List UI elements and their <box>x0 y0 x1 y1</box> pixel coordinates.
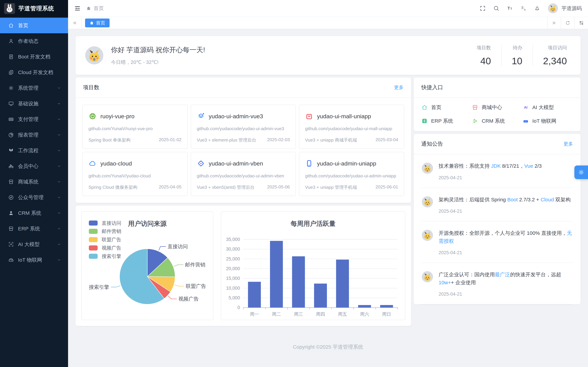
quick-entry-card: 快捷入口 首页 商城中心 AI 大模型 ERP 系统 CRM 系统 IoT 物联… <box>414 77 580 131</box>
fullscreen-icon <box>479 5 486 12</box>
quick-entry-title: 快捷入口 <box>421 84 443 91</box>
cloud-icon <box>88 159 97 167</box>
sidebar-item-12[interactable]: CRM 系统 <box>0 205 68 221</box>
chevron-down-icon <box>57 195 61 200</box>
quick-entry-0[interactable]: 首页 <box>421 103 472 112</box>
sidebar-item-2[interactable]: Boot 开发文档 <box>0 49 68 65</box>
chevron-down-icon <box>57 211 61 215</box>
project-card-1[interactable]: yudao-ui-admin-vue3 github.com/yudaocode… <box>191 105 296 149</box>
notice-link[interactable]: Boot <box>507 197 518 202</box>
fold-icon <box>74 5 81 12</box>
notices-more-link[interactable]: 更多 <box>563 141 573 147</box>
project-card-4[interactable]: yudao-ui-admin-vben github.com/yudaocode… <box>191 152 296 196</box>
tabbar-grid-button[interactable] <box>574 17 588 29</box>
sidebar-item-label: 系统管理 <box>18 85 38 92</box>
bag-icon <box>305 112 313 120</box>
quick-entry-5[interactable]: IoT 物联网 <box>522 116 573 126</box>
notice-list: 技术兼容性：系统支持 JDK 8/17/21，Vue 2/3 2025-04-2… <box>414 154 580 304</box>
notice-title: 技术兼容性：系统支持 JDK 8/17/21，Vue 2/3 <box>439 162 542 170</box>
project-url: github.com/yudaocode/yudao-ui-admin-unia… <box>305 173 398 179</box>
project-card-3[interactable]: yudao-cloud github.com/YunaiV/yudao-clou… <box>82 152 188 196</box>
svg-text:20,000: 20,000 <box>226 266 240 271</box>
sidebar-fold-button[interactable] <box>74 5 81 12</box>
projects-card: 项目数 更多 ruoyi-vue-pro github.com/YunaiV/r… <box>76 77 411 203</box>
svg-text:周六: 周六 <box>360 312 369 317</box>
bell-button[interactable] <box>534 5 540 12</box>
project-card-2[interactable]: yudao-ui-mall-uniapp github.com/yudaocod… <box>299 105 404 149</box>
greeting-text: 你好 芋道源码 祝你开心每一天! <box>111 45 205 55</box>
notice-link[interactable]: Cloud <box>541 197 554 202</box>
notice-link[interactable]: 10w+ <box>439 280 451 285</box>
sidebar-item-0[interactable]: 首页 <box>0 18 68 33</box>
notice-date: 2025-04-21 <box>439 175 542 180</box>
sidebar-item-6[interactable]: 支付管理 <box>0 111 68 127</box>
sidebar-item-9[interactable]: 会员中心 <box>0 158 68 174</box>
theme-settings-button[interactable] <box>574 166 588 179</box>
notice-item-2[interactable]: 开源免授权：全部开源，个人与企业可 100% 直接使用，无需授权 2025-04… <box>421 221 573 263</box>
tab-bar: 首页 <box>68 17 588 29</box>
breadcrumb[interactable]: 首页 <box>86 5 104 12</box>
project-url: github.com/YunaiV/ruoyi-vue-pro <box>88 125 182 132</box>
project-name: yudao-ui-admin-vue3 <box>209 113 263 120</box>
notice-link[interactable]: Vue <box>524 163 533 169</box>
sidebar-item-11[interactable]: 公众号管理 <box>0 190 68 205</box>
notice-item-3[interactable]: 广泛企业认可：国内使用最广泛的快速开发平台，远超 10w++ 企业使用 2025… <box>421 263 573 304</box>
tab-home[interactable]: 首页 <box>85 18 110 27</box>
quick-entry-4[interactable]: CRM 系统 <box>472 116 522 126</box>
tabs-scroll-left-button[interactable] <box>68 17 82 29</box>
user-avatar <box>84 46 104 65</box>
sidebar-item-8[interactable]: 工作流程 <box>0 143 68 158</box>
notice-item-1[interactable]: 架构灵活性：后端提供 Spring Boot 2.7/3.2 + Cloud 双… <box>421 188 573 222</box>
chevron-down-icon <box>57 226 61 231</box>
project-desc: Vue3 + vben5(antd) 管理后台 <box>197 184 255 190</box>
sidebar-item-1[interactable]: 作者动态 <box>0 33 68 49</box>
user-menu[interactable]: 芋道源码 <box>547 3 582 14</box>
notice-date: 2025-04-21 <box>439 209 571 214</box>
sidebar-item-14[interactable]: AI 大模型 <box>0 236 68 252</box>
project-card-5[interactable]: yudao-ui-admin-uniapp github.com/yudaoco… <box>299 152 404 196</box>
charts-card: 用户访问来源 直接访问邮件营销联盟广告视频广告搜索引擎直接访问邮件营销联盟广告视… <box>76 206 411 326</box>
quick-entry-3[interactable]: ERP 系统 <box>421 116 472 126</box>
svg-text:30,000: 30,000 <box>226 247 240 252</box>
bar-chart-panel: 每周用户活跃量 05,00010,00015,00020,00025,00030… <box>221 211 405 320</box>
font-size-button[interactable] <box>507 5 513 12</box>
home-icon <box>89 21 94 25</box>
notice-link[interactable]: 最广泛 <box>495 272 510 277</box>
sidebar-item-13[interactable]: ERP 系统 <box>0 221 68 236</box>
footer-copyright: Copyright ©2025 芋道管理系统 <box>76 326 580 359</box>
welcome-card: 你好 芋道源码 祝你开心每一天! 今日晴，20℃ - 32℃! 项目数 40 待… <box>76 36 580 75</box>
sidebar-item-7[interactable]: 报表管理 <box>0 127 68 143</box>
tabbar-refresh-button[interactable] <box>561 17 574 29</box>
project-card-0[interactable]: ruoyi-vue-pro github.com/YunaiV/ruoyi-vu… <box>82 105 188 149</box>
tabbar-chevrons-right-button[interactable] <box>547 17 561 29</box>
fullscreen-button[interactable] <box>479 5 486 12</box>
sidebar-item-label: 基础设施 <box>18 100 38 107</box>
sidebar-item-label: Cloud 开发文档 <box>18 69 53 76</box>
chevron-down-icon <box>57 133 61 137</box>
stats: 项目数 40 待办 10 项目访问 2,340 <box>467 44 567 67</box>
search-button[interactable] <box>493 5 500 12</box>
sidebar-item-4[interactable]: 系统管理 <box>0 80 68 96</box>
home-icon <box>86 6 91 11</box>
sidebar-item-5[interactable]: 基础设施 <box>0 96 68 111</box>
chevron-down-icon <box>57 180 61 184</box>
quick-entry-2[interactable]: AI 大模型 <box>522 103 573 112</box>
home-icon <box>421 104 428 111</box>
breadcrumb-label: 首页 <box>94 5 104 12</box>
notice-item-0[interactable]: 技术兼容性：系统支持 JDK 8/17/21，Vue 2/3 2025-04-2… <box>421 154 573 188</box>
ai-icon <box>8 242 14 247</box>
weather-text: 今日晴，20℃ - 32℃! <box>111 59 205 66</box>
projects-more-link[interactable]: 更多 <box>394 84 404 91</box>
sidebar-item-10[interactable]: 商城系统 <box>0 174 68 190</box>
project-date: 2025-03-04 <box>375 137 398 143</box>
app-logo[interactable]: 芋道管理系统 <box>0 0 68 17</box>
language-button[interactable] <box>520 5 527 12</box>
notice-link[interactable]: JDK <box>491 163 501 169</box>
project-date: 2025-04-05 <box>159 184 182 190</box>
refresh-icon <box>565 20 571 26</box>
quick-entry-1[interactable]: 商城中心 <box>472 103 522 112</box>
sidebar-item-3[interactable]: Cloud 开发文档 <box>0 65 68 80</box>
sidebar-item-15[interactable]: IoT 物联网 <box>0 252 68 268</box>
notice-title: 开源免授权：全部开源，个人与企业可 100% 直接使用，无需授权 <box>439 229 573 245</box>
project-date: 2025-01-02 <box>159 137 182 143</box>
